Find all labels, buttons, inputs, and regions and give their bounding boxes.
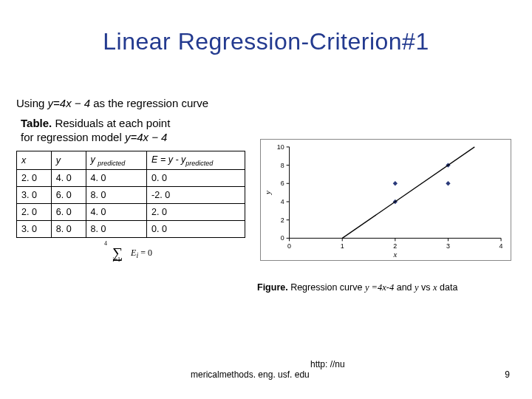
sum-equation: 4∑i=1Ei = 0: [16, 238, 245, 259]
using-line: Using y=4x − 4 as the regression curve: [0, 97, 532, 109]
residuals-table-wrap: x y y predicted E = y - ypredicted 2. 0 …: [16, 151, 245, 260]
cell: 2. 0: [17, 170, 52, 187]
slide-title: Linear Regression-Criterion#1: [0, 0, 532, 55]
svg-text:1: 1: [341, 242, 344, 250]
table-caption-label: Table.: [21, 117, 52, 129]
table-row: 2. 0 6. 0 4. 0 2. 0: [17, 204, 245, 221]
table-header-row: x y y predicted E = y - ypredicted: [17, 151, 245, 170]
figcap-t: vs: [419, 282, 433, 293]
residuals-table: x y y predicted E = y - ypredicted 2. 0 …: [16, 151, 245, 239]
cell: 4. 0: [86, 170, 147, 187]
table-caption-l1: Residuals at each point: [52, 117, 170, 129]
table-row: 2. 0 4. 0 4. 0 0. 0: [17, 170, 245, 187]
figcap-e: y =4x-4: [365, 282, 394, 293]
cell: 0. 0: [147, 221, 245, 238]
cell: 4. 0: [86, 204, 147, 221]
svg-text:x: x: [392, 250, 397, 259]
svg-text:6: 6: [281, 180, 284, 187]
svg-text:10: 10: [277, 143, 284, 150]
cell: 2. 0: [17, 204, 52, 221]
footer-url-part2: mericalmethods. eng. usf. edu: [191, 369, 310, 380]
using-prefix: Using: [16, 97, 48, 109]
page-number: 9: [505, 369, 510, 380]
svg-text:2: 2: [393, 242, 397, 250]
cell: 6. 0: [51, 187, 86, 204]
figure-caption: Figure. Regression curve y =4x-4 and y v…: [257, 282, 523, 293]
cell: 8. 0: [86, 221, 147, 238]
figcap-label: Figure.: [257, 282, 288, 293]
cell: 3. 0: [17, 187, 52, 204]
cell: 2. 0: [147, 204, 245, 221]
cell: 6. 0: [51, 204, 86, 221]
svg-text:4: 4: [281, 197, 284, 205]
figcap-t: Regression curve: [288, 282, 365, 293]
table-caption-l2eqn: y=4x − 4: [125, 131, 168, 143]
using-suffix: as the regression curve: [90, 97, 208, 109]
cell: 8. 0: [51, 221, 86, 238]
table-row: 3. 0 8. 0 8. 0 0. 0: [17, 221, 245, 238]
col-err: E = y - ypredicted: [147, 151, 245, 170]
col-x: x: [17, 151, 52, 170]
cell: 0. 0: [147, 170, 245, 187]
regression-chart: 012340246810xy: [260, 139, 511, 261]
chart-svg: 012340246810xy: [261, 140, 511, 260]
svg-text:y: y: [263, 191, 272, 195]
svg-text:2: 2: [281, 216, 284, 223]
table-caption-l2a: for regression model: [21, 131, 125, 143]
cell: 4. 0: [51, 170, 86, 187]
table-row: 3. 0 6. 0 8. 0 -2. 0: [17, 187, 245, 204]
figcap-t: and: [394, 282, 415, 293]
cell: 3. 0: [17, 221, 52, 238]
svg-text:4: 4: [499, 242, 503, 250]
svg-text:0: 0: [287, 242, 291, 250]
using-eqn: y=4x − 4: [48, 97, 91, 109]
footer: http: //nu mericalmethods. eng. usf. edu…: [0, 359, 532, 381]
svg-text:0: 0: [281, 234, 284, 242]
cell: 8. 0: [86, 187, 147, 204]
col-ypred: y predicted: [86, 151, 147, 170]
svg-text:3: 3: [446, 242, 450, 250]
col-y: y: [51, 151, 86, 170]
cell: -2. 0: [147, 187, 245, 204]
footer-url-part1: http: //nu: [310, 359, 345, 369]
svg-text:8: 8: [281, 161, 284, 168]
figcap-t: data: [437, 282, 458, 293]
